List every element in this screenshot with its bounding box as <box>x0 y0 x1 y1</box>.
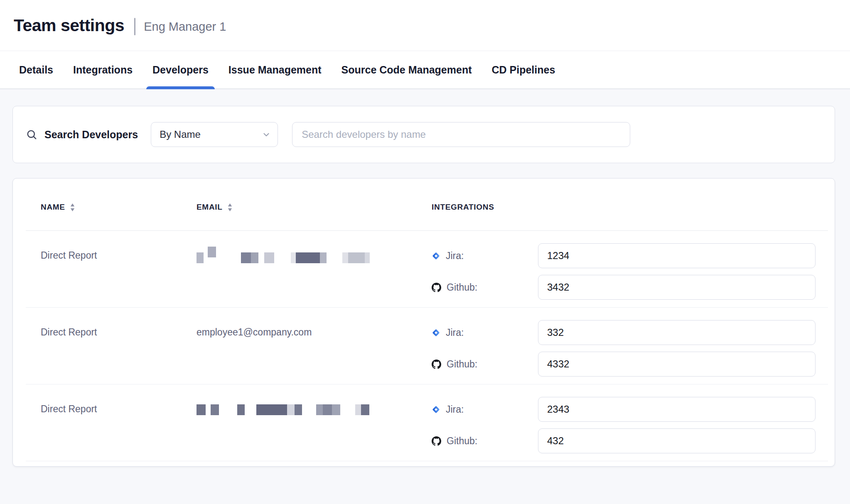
developer-email: employee1@company.com <box>197 320 432 377</box>
table-row: Direct Report <box>26 231 828 308</box>
jira-label: Jira: <box>432 327 538 338</box>
github-label: Github: <box>432 359 538 370</box>
jira-id-input[interactable] <box>538 320 816 345</box>
team-name: Eng Manager 1 <box>144 17 226 34</box>
team-settings-page: Team settings Eng Manager 1 Details Inte… <box>0 0 850 504</box>
chevron-down-icon <box>262 130 271 139</box>
email-text: employee1@company.com <box>197 327 312 338</box>
jira-field: Jira: <box>432 320 816 345</box>
tab-bar: Details Integrations Developers Issue Ma… <box>0 51 850 89</box>
column-header-email[interactable]: EMAIL <box>197 203 432 212</box>
jira-label-text: Jira: <box>446 327 464 338</box>
integrations-cell: Jira: Github: <box>432 320 828 377</box>
column-header-integrations: INTEGRATIONS <box>432 203 828 212</box>
github-icon <box>432 436 441 446</box>
main-content: Search Developers By Name NAME <box>0 89 850 467</box>
github-label: Github: <box>432 435 538 447</box>
table-row: Direct Report <box>26 384 828 461</box>
jira-label-text: Jira: <box>446 250 464 262</box>
jira-label-text: Jira: <box>446 404 464 415</box>
page-title: Team settings <box>14 16 124 35</box>
page-header: Team settings Eng Manager 1 <box>0 0 850 51</box>
developer-name: Direct Report <box>41 320 197 377</box>
github-id-input[interactable] <box>538 275 816 300</box>
tab-details[interactable]: Details <box>19 51 53 88</box>
tab-source-code-management[interactable]: Source Code Management <box>341 51 472 88</box>
developer-name: Direct Report <box>41 243 197 300</box>
column-label-name: NAME <box>41 203 65 212</box>
jira-field: Jira: <box>432 243 816 268</box>
title-divider <box>134 18 135 35</box>
table-header-row: NAME EMAIL <box>26 179 828 231</box>
search-filter-value: By Name <box>160 129 201 140</box>
column-header-name[interactable]: NAME <box>41 203 197 212</box>
sort-icon[interactable] <box>70 203 75 212</box>
jira-id-input[interactable] <box>538 397 816 422</box>
redacted-email <box>197 250 370 262</box>
jira-icon <box>432 405 440 414</box>
jira-label: Jira: <box>432 404 538 415</box>
integrations-cell: Jira: Github: <box>432 397 828 453</box>
developer-email <box>197 397 432 453</box>
github-label-text: Github: <box>447 359 477 370</box>
github-id-input[interactable] <box>538 428 816 453</box>
github-label: Github: <box>432 282 538 293</box>
developer-email <box>197 243 432 300</box>
jira-field: Jira: <box>432 397 816 422</box>
search-icon <box>26 129 37 140</box>
table-row: Direct Report employee1@company.com <box>26 308 828 384</box>
search-label: Search Developers <box>44 129 138 141</box>
github-field: Github: <box>432 275 816 300</box>
developers-table: NAME EMAIL <box>12 178 835 467</box>
github-icon <box>432 283 441 292</box>
jira-id-input[interactable] <box>538 243 816 268</box>
github-icon <box>432 360 441 369</box>
github-id-input[interactable] <box>538 352 816 377</box>
github-label-text: Github: <box>447 435 477 447</box>
sort-icon[interactable] <box>227 203 233 212</box>
github-field: Github: <box>432 352 816 377</box>
jira-icon <box>432 328 440 337</box>
jira-icon <box>432 252 440 260</box>
jira-label: Jira: <box>432 250 538 262</box>
tab-cd-pipelines[interactable]: CD Pipelines <box>492 51 555 88</box>
column-label-email: EMAIL <box>197 203 223 212</box>
search-filter-select[interactable]: By Name <box>151 122 278 147</box>
developer-name: Direct Report <box>41 397 197 453</box>
column-label-integrations: INTEGRATIONS <box>432 203 494 212</box>
search-input[interactable] <box>292 122 630 147</box>
search-panel: Search Developers By Name <box>12 106 835 163</box>
tab-issue-management[interactable]: Issue Management <box>228 51 322 88</box>
redacted-email <box>197 404 369 416</box>
github-label-text: Github: <box>447 282 477 293</box>
tab-integrations[interactable]: Integrations <box>73 51 133 88</box>
github-field: Github: <box>432 428 816 453</box>
integrations-cell: Jira: Github: <box>432 243 828 300</box>
tab-developers[interactable]: Developers <box>152 51 209 88</box>
